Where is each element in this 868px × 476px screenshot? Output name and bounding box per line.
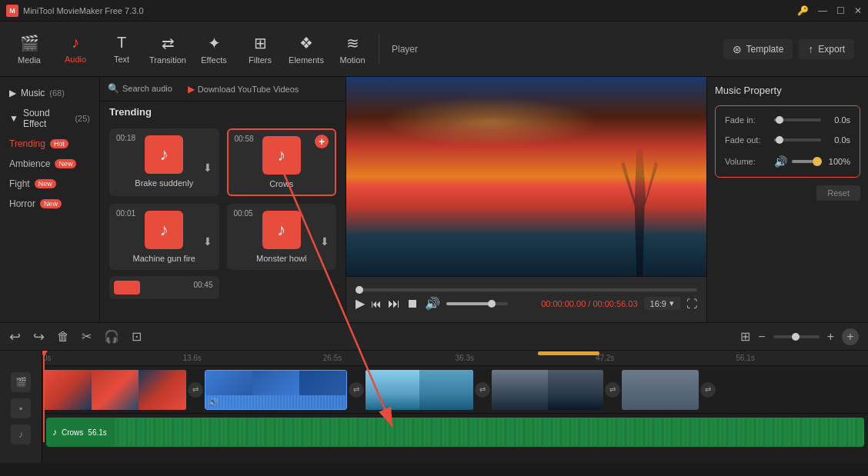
- toolbar-transition[interactable]: ⇄ Transition: [145, 26, 191, 72]
- video-clip-4[interactable]: [492, 370, 603, 410]
- playhead-triangle: [42, 351, 48, 357]
- audio-card-partial[interactable]: 00:45: [109, 276, 219, 299]
- toolbar-text[interactable]: T Text: [98, 26, 145, 72]
- aspect-ratio-select[interactable]: 16:9 ▾: [644, 297, 680, 310]
- volume-slider-thumb[interactable]: [813, 157, 822, 166]
- clip-thumb-2b: [252, 371, 299, 396]
- audio-card-brake[interactable]: ♪ 00:18 ⬇ Brake suddenly: [109, 128, 219, 196]
- audio-track-clip[interactable]: ♪ Crows 56.1s: [46, 418, 864, 447]
- restore-button[interactable]: —: [818, 5, 827, 16]
- swap-icon-2[interactable]: ⇄: [349, 382, 364, 398]
- download-icon-brake[interactable]: ⬇: [203, 161, 212, 174]
- toolbar-audio[interactable]: ♪ Audio: [52, 26, 98, 72]
- sidebar-ambience[interactable]: Ambience New: [0, 154, 99, 174]
- minimize-button[interactable]: 🔑: [797, 5, 809, 16]
- progress-thumb[interactable]: [356, 286, 363, 294]
- crop-button[interactable]: ⊡: [132, 329, 142, 344]
- close-button[interactable]: ✕: [854, 5, 862, 16]
- toolbar-effects[interactable]: ✦ Effects: [191, 26, 237, 72]
- redo-button[interactable]: ↪: [33, 328, 45, 345]
- audio-card-monster[interactable]: ♪ 00:05 ⬇ Monster howl: [227, 204, 337, 270]
- sidebar-music[interactable]: ▶ Music(68): [0, 83, 99, 103]
- swap-icon-4[interactable]: ⇄: [605, 382, 620, 398]
- volume-icon: 🔊: [774, 155, 787, 168]
- sidebar-fight[interactable]: Fight New: [0, 174, 99, 194]
- zoom-slider[interactable]: [773, 335, 820, 338]
- window-controls[interactable]: 🔑 — ☐ ✕: [797, 5, 862, 16]
- ambience-badge: New: [55, 159, 76, 168]
- main-area: ▶ Music(68) ▼ Sound Effect(25) Trending …: [0, 77, 868, 322]
- sidebar-sound-effect[interactable]: ▼ Sound Effect(25): [0, 103, 99, 134]
- volume-slider-fill: [792, 160, 813, 163]
- fade-out-slider[interactable]: [774, 138, 821, 141]
- ruler-mark-36s: 36.3s: [456, 354, 474, 362]
- timeline-ruler: 0s 13.6s 26.5s 36.3s 47.2s 56.1s: [42, 351, 868, 366]
- video-track-icon[interactable]: 🎬: [11, 372, 31, 392]
- toolbar-elements[interactable]: ❖ Elements: [283, 26, 329, 72]
- titlebar: M MiniTool MovieMaker Free 7.3.0 🔑 — ☐ ✕: [0, 0, 868, 22]
- export-button[interactable]: ↑ Export: [799, 39, 854, 59]
- audio-thumb-machine: ♪: [145, 211, 183, 249]
- add-track-button[interactable]: +: [842, 328, 859, 345]
- maximize-button[interactable]: ☐: [836, 5, 845, 16]
- download-youtube-tab[interactable]: ▶ Download YouTube Videos: [180, 84, 307, 95]
- zoom-out-icon: −: [758, 330, 765, 344]
- video-clip-1[interactable]: [44, 370, 186, 410]
- clip-thumbnails-4: [492, 370, 603, 410]
- swap-icon-5[interactable]: ⇄: [700, 382, 716, 398]
- search-audio-tab[interactable]: 🔍 Search audio: [100, 77, 180, 101]
- sidebar-trending[interactable]: Trending Hot: [0, 134, 99, 154]
- partial-duration: 00:45: [193, 281, 212, 289]
- stop-button[interactable]: ⏹: [406, 297, 419, 311]
- zoom-thumb[interactable]: [792, 333, 800, 341]
- video-clip-3[interactable]: [366, 370, 473, 410]
- audio-clip-duration: 56.1s: [88, 428, 106, 437]
- template-button[interactable]: ⊛ Template: [723, 39, 793, 59]
- reset-button[interactable]: Reset: [816, 185, 860, 201]
- play-button[interactable]: ▶: [356, 296, 365, 311]
- clip-thumbnails-1: [44, 370, 186, 410]
- toolbar-media[interactable]: 🎬 Media: [6, 26, 52, 72]
- fade-in-slider[interactable]: [774, 118, 821, 121]
- next-frame-button[interactable]: ⏭: [388, 297, 400, 311]
- add-icon-crows[interactable]: +: [315, 135, 329, 148]
- audio-grid: ♪ 00:18 ⬇ Brake suddenly ♪ 00:58 + Crows…: [100, 122, 346, 276]
- volume-thumb[interactable]: [488, 300, 496, 308]
- fade-in-thumb[interactable]: [776, 116, 783, 124]
- audio-icon: ♪: [72, 34, 79, 52]
- track-options-button[interactable]: ⊞: [740, 329, 750, 344]
- sidebar-horror[interactable]: Horror New: [0, 194, 99, 214]
- progress-bar[interactable]: [356, 288, 697, 291]
- swap-icon-3[interactable]: ⇄: [475, 382, 490, 398]
- playhead-line: [43, 351, 45, 442]
- fade-out-row: Fade out: 0.0s: [725, 135, 850, 145]
- audio-track-row: ♪ Crows 56.1s: [42, 414, 868, 451]
- mute-button[interactable]: 🔊: [425, 296, 440, 311]
- volume-slider[interactable]: [792, 160, 818, 163]
- clip-thumb-2a: [205, 371, 252, 396]
- prev-frame-button[interactable]: ⏮: [371, 298, 382, 310]
- partial-thumb: [114, 281, 140, 295]
- undo-button[interactable]: ↩: [9, 328, 21, 345]
- video-layer-icon[interactable]: ▪: [11, 398, 31, 418]
- cut-button[interactable]: ✂: [82, 329, 92, 344]
- trending-label: Trending: [100, 102, 346, 122]
- audio-extract-button[interactable]: 🎧: [104, 329, 119, 344]
- toolbar-filters[interactable]: ⊞ Filters: [237, 26, 283, 72]
- video-clip-5[interactable]: [622, 370, 699, 410]
- swap-icon-1[interactable]: ⇄: [188, 382, 203, 398]
- toolbar-motion[interactable]: ≋ Motion: [329, 26, 376, 72]
- audio-card-machine[interactable]: ♪ 00:01 ⬇ Machine gun fire: [109, 204, 219, 270]
- delete-button[interactable]: 🗑: [57, 330, 69, 344]
- volume-bar[interactable]: [446, 302, 508, 305]
- player-label: Player: [382, 44, 427, 55]
- download-icon-monster[interactable]: ⬇: [320, 235, 329, 248]
- audio-card-crows[interactable]: ♪ 00:58 + Crows: [227, 128, 337, 196]
- name-machine: Machine gun fire: [133, 254, 195, 263]
- fullscreen-button[interactable]: ⛶: [686, 298, 697, 310]
- download-icon-machine[interactable]: ⬇: [203, 235, 212, 248]
- fade-out-thumb[interactable]: [776, 136, 783, 144]
- fade-in-row: Fade in: 0.0s: [725, 115, 850, 125]
- audio-track-icon[interactable]: ♪: [11, 424, 31, 444]
- video-clip-2[interactable]: 🔊: [205, 370, 347, 410]
